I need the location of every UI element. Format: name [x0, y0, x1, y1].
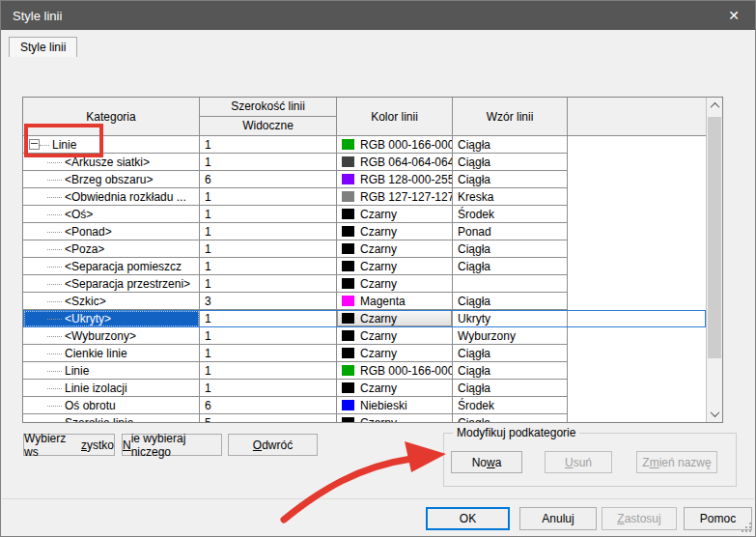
table-row[interactable]: Linie izolacji1CzarnyCiągła [23, 380, 706, 397]
line-weight-cell[interactable]: 6 [200, 171, 337, 188]
table-row[interactable]: Linie1RGB 000-166-000Ciągła [23, 136, 706, 154]
table-row[interactable]: <Arkusze siatki>1RGB 064-064-064Ciągła [23, 154, 706, 171]
line-weight-cell[interactable]: 1 [200, 206, 337, 223]
line-pattern-cell[interactable]: Ciągła [453, 171, 568, 188]
tab-line-styles[interactable]: Style linii [9, 37, 77, 57]
line-color-cell[interactable]: Niebieski [337, 397, 453, 414]
line-pattern-cell[interactable]: Wyburzony [453, 327, 568, 345]
line-pattern-cell[interactable]: Środek [453, 206, 568, 223]
table-row[interactable]: <Oś>1CzarnyŚrodek [23, 206, 706, 223]
line-pattern-cell[interactable]: Środek [453, 397, 568, 414]
line-weight-cell[interactable]: 1 [200, 327, 337, 345]
category-cell[interactable]: <Wyburzony> [23, 327, 200, 345]
line-color-cell[interactable]: Czarny [337, 345, 453, 362]
line-color-cell[interactable]: Czarny [337, 275, 453, 293]
line-color-cell[interactable]: RGB 000-166-000 [337, 136, 453, 154]
scrollbar-thumb[interactable] [708, 117, 721, 358]
table-row[interactable]: Szerokie linie5CzarnyCiągła [23, 414, 706, 422]
category-cell[interactable]: <Poza> [23, 240, 200, 258]
line-weight-cell[interactable]: 5 [200, 414, 337, 422]
select-none-button[interactable]: Nie wybieraj niczego [122, 434, 222, 456]
line-color-cell[interactable]: Czarny [337, 310, 453, 327]
category-cell[interactable]: <Szkic> [23, 293, 200, 310]
line-weight-cell[interactable]: 1 [200, 258, 337, 275]
line-pattern-cell[interactable]: Ciągła [453, 136, 568, 154]
line-pattern-cell[interactable]: Ciągła [453, 414, 568, 422]
line-weight-cell[interactable]: 1 [200, 154, 337, 171]
table-row[interactable]: <Brzeg obszaru>6RGB 128-000-255Ciągła [23, 171, 706, 188]
line-color-cell[interactable]: RGB 128-000-255 [337, 171, 453, 188]
table-row[interactable]: <Obwiednia rozkładu ...1RGB 127-127-127K… [23, 188, 706, 206]
line-weight-cell[interactable]: 1 [200, 380, 337, 397]
collapse-icon[interactable] [29, 139, 40, 150]
table-row[interactable]: <Wyburzony>1CzarnyWyburzony [23, 327, 706, 345]
invert-selection-button[interactable]: Odwróć [228, 434, 318, 456]
line-pattern-cell[interactable]: Ciągła [453, 258, 568, 275]
table-row[interactable]: <Separacja przestrzeni>1Czarny [23, 275, 706, 293]
scroll-down-icon[interactable] [707, 406, 722, 422]
category-cell[interactable]: Linie izolacji [23, 380, 200, 397]
line-color-cell[interactable]: Magenta [337, 293, 453, 310]
line-color-cell[interactable]: Czarny [337, 380, 453, 397]
line-pattern-cell[interactable]: Ciągła [453, 345, 568, 362]
category-cell[interactable]: <Ukryty> [23, 310, 200, 327]
apply-button[interactable]: Zastosuj [602, 507, 677, 530]
line-color-cell[interactable]: Czarny [337, 206, 453, 223]
line-weight-cell[interactable]: 3 [200, 293, 337, 310]
line-weight-cell[interactable]: 1 [200, 136, 337, 154]
table-row[interactable]: <Szkic>3MagentaCiągła [23, 293, 706, 310]
category-cell[interactable]: Linie [23, 362, 200, 380]
line-pattern-cell[interactable]: Ukryty [453, 310, 568, 327]
category-cell[interactable]: Linie [23, 136, 200, 154]
line-color-cell[interactable]: Czarny [337, 414, 453, 422]
delete-subcategory-button[interactable]: Usuń [545, 451, 612, 473]
category-cell[interactable]: <Arkusze siatki> [23, 154, 200, 171]
line-pattern-cell[interactable]: Ponad [453, 223, 568, 240]
line-weight-cell[interactable]: 1 [200, 345, 337, 362]
line-pattern-cell[interactable]: Kreska [453, 188, 568, 206]
line-pattern-cell[interactable] [453, 275, 568, 293]
line-weight-cell[interactable]: 1 [200, 188, 337, 206]
table-row[interactable]: Oś obrotu6NiebieskiŚrodek [23, 397, 706, 414]
new-subcategory-button[interactable]: Nowa [451, 451, 522, 473]
select-all-button[interactable]: Wybierz wszystko [23, 434, 115, 456]
line-weight-cell[interactable]: 1 [200, 362, 337, 380]
resize-grip[interactable] [741, 522, 752, 533]
table-row[interactable]: <Separacja pomieszcz1CzarnyCiągła [23, 258, 706, 275]
category-cell[interactable]: <Ponad> [23, 223, 200, 240]
category-cell[interactable]: Cienkie linie [23, 345, 200, 362]
ok-button[interactable]: OK [426, 507, 510, 530]
line-pattern-cell[interactable]: Ciągła [453, 293, 568, 310]
line-color-cell[interactable]: Czarny [337, 223, 453, 240]
close-icon[interactable]: ✕ [713, 1, 755, 30]
line-weight-cell[interactable]: 6 [200, 397, 337, 414]
rename-subcategory-button[interactable]: Zmień nazwę [636, 451, 717, 473]
line-weight-cell[interactable]: 1 [200, 310, 337, 327]
line-color-cell[interactable]: Czarny [337, 258, 453, 275]
category-cell[interactable]: Oś obrotu [23, 397, 200, 414]
line-color-cell[interactable]: RGB 064-064-064 [337, 154, 453, 171]
line-color-cell[interactable]: RGB 000-166-000 [337, 362, 453, 380]
category-cell[interactable]: <Separacja pomieszcz [23, 258, 200, 275]
line-weight-cell[interactable]: 1 [200, 275, 337, 293]
vertical-scrollbar[interactable] [706, 98, 722, 422]
line-pattern-cell[interactable]: Ciągła [453, 380, 568, 397]
scroll-up-icon[interactable] [707, 98, 722, 114]
line-color-cell[interactable]: Czarny [337, 327, 453, 345]
line-color-cell[interactable]: RGB 127-127-127 [337, 188, 453, 206]
category-cell[interactable]: <Obwiednia rozkładu ... [23, 188, 200, 206]
category-cell[interactable]: <Separacja przestrzeni> [23, 275, 200, 293]
color-picker-button[interactable]: Czarny [337, 310, 452, 326]
cancel-button[interactable]: Anuluj [519, 507, 597, 530]
line-weight-cell[interactable]: 1 [200, 223, 337, 240]
table-row[interactable]: <Ukryty>1CzarnyUkryty [23, 310, 706, 327]
category-cell[interactable]: Szerokie linie [23, 414, 200, 422]
line-pattern-cell[interactable]: Ciągła [453, 362, 568, 380]
table-row[interactable]: Cienkie linie1CzarnyCiągła [23, 345, 706, 362]
line-color-cell[interactable]: Czarny [337, 240, 453, 258]
line-weight-cell[interactable]: 1 [200, 240, 337, 258]
line-pattern-cell[interactable]: Ciągła [453, 154, 568, 171]
category-cell[interactable]: <Brzeg obszaru> [23, 171, 200, 188]
table-row[interactable]: <Poza>1CzarnyCiągła [23, 240, 706, 258]
line-pattern-cell[interactable]: Ciągła [453, 240, 568, 258]
